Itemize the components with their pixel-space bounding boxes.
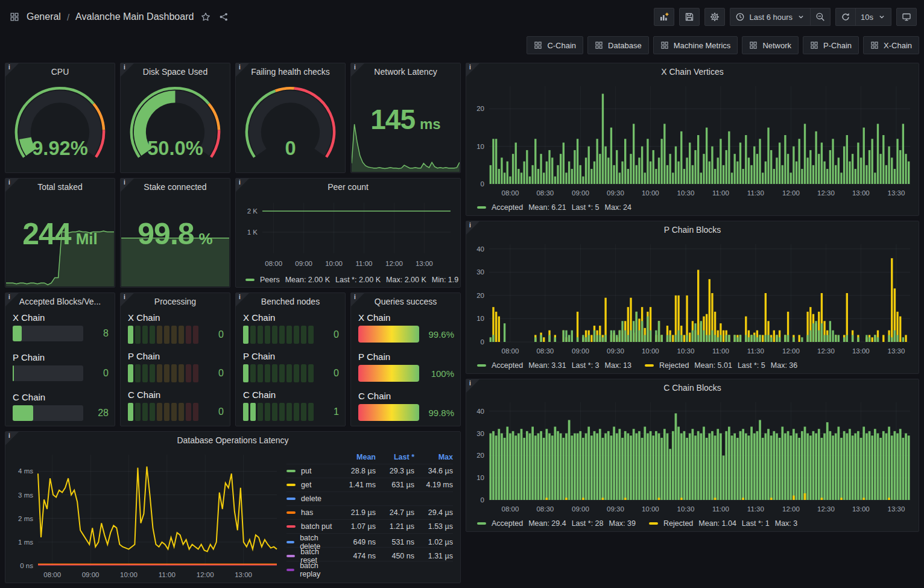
panel-info-icon[interactable]: i — [5, 432, 19, 445]
panel-info-icon[interactable]: i — [351, 63, 364, 77]
svg-text:13:30: 13:30 — [888, 189, 905, 197]
legend-row-batch-reset[interactable]: batch reset 474 ns450 ns1.31 µs — [286, 547, 453, 561]
legend-stat: Last *: 28 — [572, 519, 604, 528]
legend-row-put[interactable]: put 28.8 µs29.3 µs34.6 µs — [286, 464, 453, 478]
dashboard-link-c-chain[interactable]: C-Chain — [527, 36, 583, 54]
dashboard-link-p-chain[interactable]: P-Chain — [803, 36, 859, 54]
panel-title[interactable]: P Chain Blocks — [466, 221, 919, 238]
panel-info-icon[interactable]: i — [5, 293, 19, 306]
panel-info-icon[interactable]: i — [466, 379, 479, 393]
apps-grid-icon — [810, 41, 818, 49]
legend-item-accepted[interactable]: Accepted Mean: 3.31 Last *: 3 Max: 13 — [477, 361, 631, 370]
apps-grid-icon[interactable] — [8, 11, 21, 23]
panel-title[interactable]: Processing — [121, 293, 230, 310]
panel-title[interactable]: Peer count — [236, 179, 460, 195]
share-icon[interactable] — [218, 11, 230, 23]
panel-info-icon[interactable]: i — [5, 179, 19, 192]
dashboard-link-database[interactable]: Database — [587, 36, 649, 54]
svg-text:08:00: 08:00 — [502, 189, 519, 197]
panel-title[interactable]: Database Operations Latency — [5, 432, 460, 449]
panel-title[interactable]: Queries success — [351, 293, 460, 310]
legend-label: Rejected — [659, 361, 689, 370]
legend-stat: Mean: 29.4 — [528, 519, 566, 528]
legend-item-accepted[interactable]: Accepted Mean: 6.21 Last *: 5 Max: 24 — [477, 203, 631, 212]
legend-item-rejected[interactable]: Rejected Mean: 5.01 Last *: 5 Max: 36 — [645, 361, 797, 370]
row-label: P Chain — [128, 351, 224, 361]
panel-info-icon[interactable]: i — [121, 293, 134, 306]
x-chain-vertices-chart[interactable]: 0102008:0008:3009:0009:3010:0010:3011:00… — [471, 81, 914, 198]
dashboard-link-x-chain[interactable]: X-Chain — [863, 36, 919, 54]
legend-header-max[interactable]: Max — [414, 453, 453, 461]
row-value: 1 — [320, 406, 339, 417]
add-panel-button[interactable] — [654, 8, 674, 26]
panel-title[interactable]: X Chain Vertices — [466, 63, 919, 80]
panel-info-icon[interactable]: i — [466, 63, 479, 77]
legend-item-rejected[interactable]: Rejected Mean: 1.04 Last *: 1 Max: 3 — [649, 519, 797, 528]
time-range-picker[interactable]: Last 6 hours — [730, 8, 811, 26]
panel-title[interactable]: Total staked — [5, 179, 115, 195]
health-gauge: 0 — [241, 83, 340, 168]
panel-title[interactable]: C Chain Blocks — [466, 379, 919, 396]
refresh-button[interactable] — [835, 8, 856, 26]
svg-text:08:00: 08:00 — [502, 347, 519, 355]
panel-info-icon[interactable]: i — [236, 63, 249, 77]
panel-info-icon[interactable]: i — [236, 179, 249, 192]
legend-row-get[interactable]: get 1.41 ms631 µs4.19 ms — [286, 478, 453, 492]
svg-text:20: 20 — [476, 292, 484, 299]
segment-gauge-row-p-chain: P Chain 0 — [128, 351, 224, 382]
panel-info-icon[interactable]: i — [121, 63, 134, 77]
svg-text:10:00: 10:00 — [325, 260, 343, 267]
panel-title[interactable]: Failing health checks — [236, 63, 345, 80]
panel-network-latency: i Network Latency 145ms — [350, 63, 461, 173]
svg-text:13:00: 13:00 — [235, 571, 252, 578]
refresh-interval-picker[interactable]: 10s — [856, 8, 891, 26]
dashboard-settings-button[interactable] — [704, 8, 725, 26]
p-chain-blocks-chart[interactable]: 01020304008:0008:3009:0009:3010:0010:301… — [471, 239, 914, 356]
legend-item-accepted[interactable]: Accepted Mean: 29.4 Last *: 28 Max: 39 — [477, 519, 636, 528]
dashboard-title[interactable]: Avalanche Main Dashboard — [75, 11, 194, 22]
chart-legend: Accepted Mean: 3.31 Last *: 3 Max: 13 Re… — [477, 361, 797, 370]
legend-label: put — [301, 467, 311, 475]
zoom-out-time-button[interactable] — [811, 8, 831, 26]
panel-title[interactable]: Disk Space Used — [121, 63, 230, 80]
panel-title[interactable]: Accepted Blocks/Ve... — [5, 293, 115, 310]
panel-info-icon[interactable]: i — [5, 63, 19, 77]
segment-gauge-row-c-chain: C Chain 1 — [243, 390, 339, 421]
cycle-view-mode-button[interactable] — [896, 8, 917, 26]
panel-info-icon[interactable]: i — [236, 293, 249, 306]
panel-info-icon[interactable]: i — [121, 179, 134, 192]
db-latency-chart[interactable]: 4 ms3 ms2 ms1 ms0 ns08:0009:0010:0011:00… — [10, 449, 279, 580]
panel-title[interactable]: Stake connected — [121, 179, 230, 195]
dashboard-link-network[interactable]: Network — [742, 36, 799, 54]
row-label: C Chain — [13, 392, 109, 402]
staked-stat: 244Mil — [5, 195, 115, 273]
legend-row-batch-replay[interactable]: batch replay — [286, 561, 453, 575]
star-icon[interactable] — [200, 11, 212, 23]
legend-row-delete[interactable]: delete — [286, 492, 453, 505]
svg-text:08:30: 08:30 — [536, 347, 554, 355]
svg-text:08:30: 08:30 — [536, 189, 554, 197]
segment-gauge-row-x-chain: X Chain 0 — [243, 312, 339, 344]
panel-title[interactable]: CPU — [5, 63, 115, 80]
peer-count-chart[interactable]: 2 K1 K08:0009:0010:0011:0012:0013:00 — [241, 197, 455, 269]
legend-header-mean[interactable]: Mean — [336, 453, 376, 461]
c-chain-blocks-chart[interactable]: 01020304008:0008:3009:0009:3010:0010:301… — [471, 397, 914, 514]
panel-info-icon[interactable]: i — [466, 221, 479, 235]
link-label: P-Chain — [823, 41, 852, 50]
panel-title[interactable]: Benched nodes — [236, 293, 345, 310]
dashboard-link-machine-metrics[interactable]: Machine Metrics — [653, 36, 738, 54]
segment-track — [128, 364, 198, 382]
legend-row-has[interactable]: has 21.9 µs24.7 µs29.4 µs — [286, 505, 453, 519]
panel-info-icon[interactable]: i — [351, 293, 364, 306]
legend-row-batch-put[interactable]: batch put 1.07 µs1.21 µs1.53 µs — [286, 519, 453, 533]
row-value: 0 — [320, 329, 339, 340]
segment-gauge-row-x-chain: X Chain 0 — [128, 312, 224, 344]
legend-item-peers[interactable]: Peers Mean: 2.00 K Last *: 2.00 K Max: 2… — [245, 276, 458, 284]
legend-header-last[interactable]: Last * — [376, 453, 414, 461]
save-dashboard-button[interactable] — [679, 8, 700, 26]
breadcrumb-section[interactable]: General — [27, 11, 61, 22]
legend-label: batch put — [301, 522, 332, 531]
panel-title[interactable]: Network Latency — [351, 63, 460, 80]
legend-row-batch-delete[interactable]: batch delete 649 ns531 ns1.02 µs — [286, 533, 453, 547]
top-navigation-bar: General / Avalanche Main Dashboard Last … — [0, 0, 924, 34]
